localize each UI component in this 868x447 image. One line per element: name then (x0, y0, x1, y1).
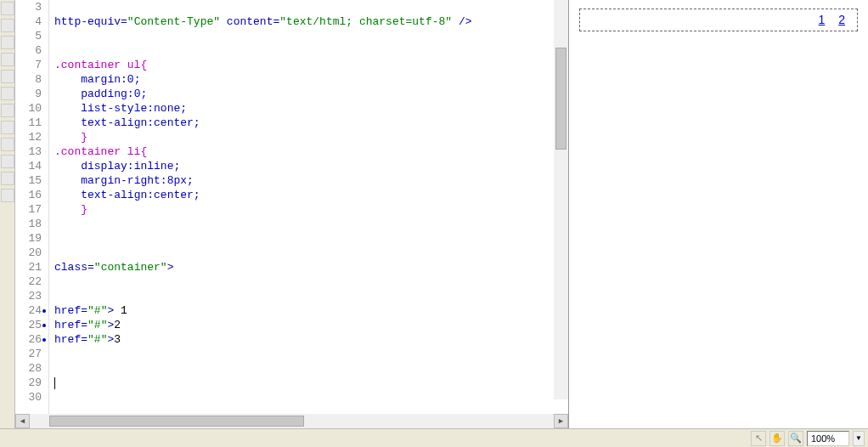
preview-link-1[interactable]: 1 (819, 13, 826, 26)
hand-tool-icon[interactable]: ✋ (769, 431, 785, 446)
pointer-tool-icon[interactable]: ↖ (751, 431, 766, 446)
code-editor-panel: 3456789101112131415161718192021222324252… (15, 0, 569, 428)
toolbar-btn[interactable] (1, 87, 14, 100)
toolbar-btn[interactable] (1, 138, 14, 151)
preview-link-2[interactable]: 2 (838, 13, 845, 26)
zoom-tool-icon[interactable]: 🔍 (788, 431, 803, 446)
preview-area[interactable]: 1 2 (569, 0, 868, 428)
zoom-dropdown[interactable]: ▼ (853, 431, 865, 446)
toolbar-btn[interactable] (1, 2, 14, 15)
scroll-right-arrow[interactable]: ▶ (554, 414, 568, 428)
code-editor[interactable]: http-equiv="Content-Type" content="text/… (49, 0, 568, 414)
vertical-scrollbar[interactable] (554, 0, 568, 399)
toolbar-btn[interactable] (1, 36, 14, 49)
preview-panel: 1 2 (569, 0, 868, 428)
line-number-gutter: 3456789101112131415161718192021222324252… (15, 0, 49, 414)
toolbar-btn[interactable] (1, 104, 14, 117)
scrollbar-thumb[interactable] (555, 48, 566, 150)
scrollbar-thumb[interactable] (49, 416, 304, 427)
toolbar-btn[interactable] (1, 121, 14, 134)
left-toolbar (0, 0, 15, 428)
toolbar-btn[interactable] (1, 155, 14, 168)
list-item: 1 (819, 14, 826, 27)
toolbar-btn[interactable] (1, 53, 14, 66)
horizontal-scrollbar[interactable]: ◀ ▶ (15, 414, 568, 428)
status-bar: ↖ ✋ 🔍 100% ▼ (0, 428, 868, 447)
preview-list: 1 2 (585, 13, 852, 27)
list-item: 2 (838, 14, 845, 27)
toolbar-btn[interactable] (1, 189, 14, 202)
toolbar-btn[interactable] (1, 172, 14, 185)
preview-container: 1 2 (579, 8, 858, 31)
scroll-left-arrow[interactable]: ◀ (15, 414, 30, 428)
toolbar-btn[interactable] (1, 19, 14, 32)
toolbar-btn[interactable] (1, 70, 14, 83)
zoom-value: 100% (811, 433, 835, 444)
zoom-level-input[interactable]: 100% (807, 431, 849, 446)
